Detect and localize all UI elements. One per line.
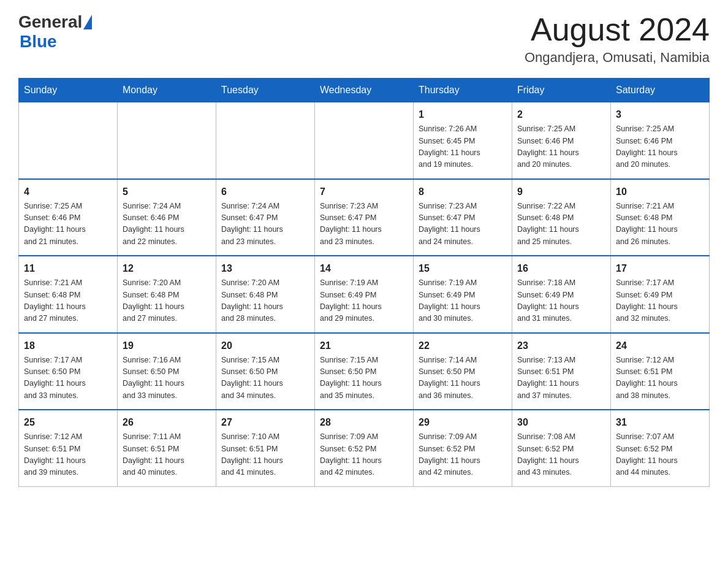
calendar-day-cell: 3Sunrise: 7:25 AMSunset: 6:46 PMDaylight… (611, 102, 710, 179)
calendar-day-cell: 6Sunrise: 7:24 AMSunset: 6:47 PMDaylight… (216, 179, 315, 256)
day-number: 20 (221, 339, 309, 353)
day-info: Sunrise: 7:18 AMSunset: 6:49 PMDaylight:… (517, 277, 605, 325)
day-number: 31 (616, 415, 704, 430)
calendar-day-cell: 19Sunrise: 7:16 AMSunset: 6:50 PMDayligh… (118, 333, 216, 410)
day-number: 15 (419, 261, 507, 276)
calendar-week-row: 25Sunrise: 7:12 AMSunset: 6:51 PMDayligh… (19, 410, 710, 486)
day-of-week-header: Thursday (414, 79, 512, 102)
calendar-day-cell: 13Sunrise: 7:20 AMSunset: 6:48 PMDayligh… (216, 256, 315, 333)
calendar-day-cell: 9Sunrise: 7:22 AMSunset: 6:48 PMDaylight… (512, 179, 611, 256)
day-number: 5 (123, 185, 211, 199)
calendar-day-cell: 23Sunrise: 7:13 AMSunset: 6:51 PMDayligh… (512, 333, 611, 410)
location-subtitle: Ongandjera, Omusati, Namibia (525, 50, 710, 66)
day-number: 12 (123, 261, 211, 276)
day-number: 9 (517, 185, 605, 199)
day-number: 27 (221, 415, 309, 430)
calendar-day-cell (118, 102, 216, 179)
day-of-week-header: Tuesday (216, 79, 315, 102)
day-info: Sunrise: 7:12 AMSunset: 6:51 PMDaylight:… (24, 431, 112, 479)
day-info: Sunrise: 7:20 AMSunset: 6:48 PMDaylight:… (123, 277, 211, 325)
logo-triangle-icon (83, 15, 92, 29)
day-info: Sunrise: 7:25 AMSunset: 6:46 PMDaylight:… (24, 201, 112, 248)
calendar-week-row: 1Sunrise: 7:26 AMSunset: 6:45 PMDaylight… (19, 102, 710, 179)
day-number: 16 (517, 261, 605, 276)
calendar-day-cell: 24Sunrise: 7:12 AMSunset: 6:51 PMDayligh… (611, 333, 710, 410)
day-info: Sunrise: 7:12 AMSunset: 6:51 PMDaylight:… (616, 354, 704, 402)
day-number: 19 (123, 339, 211, 353)
day-number: 30 (517, 415, 605, 430)
day-info: Sunrise: 7:21 AMSunset: 6:48 PMDaylight:… (616, 201, 704, 248)
calendar-day-cell: 2Sunrise: 7:25 AMSunset: 6:46 PMDaylight… (512, 102, 611, 179)
day-of-week-header: Sunday (19, 79, 118, 102)
calendar-day-cell (216, 102, 315, 179)
month-title: August 2024 (525, 12, 710, 47)
day-number: 7 (320, 185, 408, 199)
day-info: Sunrise: 7:11 AMSunset: 6:51 PMDaylight:… (123, 431, 211, 479)
calendar-header-row: SundayMondayTuesdayWednesdayThursdayFrid… (19, 79, 710, 102)
calendar-week-row: 11Sunrise: 7:21 AMSunset: 6:48 PMDayligh… (19, 256, 710, 333)
calendar-day-cell: 29Sunrise: 7:09 AMSunset: 6:52 PMDayligh… (414, 410, 512, 486)
calendar-day-cell: 17Sunrise: 7:17 AMSunset: 6:49 PMDayligh… (611, 256, 710, 333)
day-of-week-header: Monday (118, 79, 216, 102)
logo-blue-text: Blue (20, 32, 57, 52)
day-info: Sunrise: 7:19 AMSunset: 6:49 PMDaylight:… (320, 277, 408, 325)
day-number: 17 (616, 261, 704, 276)
calendar-week-row: 4Sunrise: 7:25 AMSunset: 6:46 PMDaylight… (19, 179, 710, 256)
calendar-day-cell (19, 102, 118, 179)
calendar-day-cell: 20Sunrise: 7:15 AMSunset: 6:50 PMDayligh… (216, 333, 315, 410)
day-info: Sunrise: 7:10 AMSunset: 6:51 PMDaylight:… (221, 431, 309, 479)
day-number: 4 (24, 185, 112, 199)
day-number: 3 (616, 107, 704, 122)
logo: General Blue (18, 12, 92, 52)
day-number: 22 (419, 339, 507, 353)
day-info: Sunrise: 7:17 AMSunset: 6:50 PMDaylight:… (24, 354, 112, 402)
calendar-day-cell: 30Sunrise: 7:08 AMSunset: 6:52 PMDayligh… (512, 410, 611, 486)
day-info: Sunrise: 7:25 AMSunset: 6:46 PMDaylight:… (517, 123, 605, 171)
day-info: Sunrise: 7:09 AMSunset: 6:52 PMDaylight:… (419, 431, 507, 479)
day-info: Sunrise: 7:24 AMSunset: 6:47 PMDaylight:… (221, 201, 309, 248)
calendar-table: SundayMondayTuesdayWednesdayThursdayFrid… (18, 78, 710, 487)
page-header: General Blue August 2024 Ongandjera, Omu… (18, 12, 710, 66)
calendar-day-cell: 16Sunrise: 7:18 AMSunset: 6:49 PMDayligh… (512, 256, 611, 333)
day-number: 23 (517, 339, 605, 353)
calendar-day-cell: 7Sunrise: 7:23 AMSunset: 6:47 PMDaylight… (315, 179, 414, 256)
day-number: 29 (419, 415, 507, 430)
day-info: Sunrise: 7:20 AMSunset: 6:48 PMDaylight:… (221, 277, 309, 325)
calendar-day-cell: 21Sunrise: 7:15 AMSunset: 6:50 PMDayligh… (315, 333, 414, 410)
day-info: Sunrise: 7:24 AMSunset: 6:46 PMDaylight:… (123, 201, 211, 248)
calendar-day-cell: 8Sunrise: 7:23 AMSunset: 6:47 PMDaylight… (414, 179, 512, 256)
day-of-week-header: Wednesday (315, 79, 414, 102)
day-info: Sunrise: 7:15 AMSunset: 6:50 PMDaylight:… (221, 354, 309, 402)
calendar-day-cell: 11Sunrise: 7:21 AMSunset: 6:48 PMDayligh… (19, 256, 118, 333)
day-number: 18 (24, 339, 112, 353)
calendar-day-cell: 28Sunrise: 7:09 AMSunset: 6:52 PMDayligh… (315, 410, 414, 486)
day-number: 21 (320, 339, 408, 353)
day-of-week-header: Saturday (611, 79, 710, 102)
day-info: Sunrise: 7:17 AMSunset: 6:49 PMDaylight:… (616, 277, 704, 325)
calendar-day-cell: 5Sunrise: 7:24 AMSunset: 6:46 PMDaylight… (118, 179, 216, 256)
day-info: Sunrise: 7:09 AMSunset: 6:52 PMDaylight:… (320, 431, 408, 479)
calendar-day-cell: 4Sunrise: 7:25 AMSunset: 6:46 PMDaylight… (19, 179, 118, 256)
calendar-day-cell: 12Sunrise: 7:20 AMSunset: 6:48 PMDayligh… (118, 256, 216, 333)
day-info: Sunrise: 7:23 AMSunset: 6:47 PMDaylight:… (320, 201, 408, 248)
calendar-day-cell: 1Sunrise: 7:26 AMSunset: 6:45 PMDaylight… (414, 102, 512, 179)
day-number: 8 (419, 185, 507, 199)
day-info: Sunrise: 7:21 AMSunset: 6:48 PMDaylight:… (24, 277, 112, 325)
day-info: Sunrise: 7:14 AMSunset: 6:50 PMDaylight:… (419, 354, 507, 402)
day-info: Sunrise: 7:08 AMSunset: 6:52 PMDaylight:… (517, 431, 605, 479)
day-number: 2 (517, 107, 605, 122)
calendar-day-cell: 25Sunrise: 7:12 AMSunset: 6:51 PMDayligh… (19, 410, 118, 486)
calendar-day-cell: 26Sunrise: 7:11 AMSunset: 6:51 PMDayligh… (118, 410, 216, 486)
calendar-day-cell: 14Sunrise: 7:19 AMSunset: 6:49 PMDayligh… (315, 256, 414, 333)
calendar-day-cell: 31Sunrise: 7:07 AMSunset: 6:52 PMDayligh… (611, 410, 710, 486)
day-info: Sunrise: 7:07 AMSunset: 6:52 PMDaylight:… (616, 431, 704, 479)
day-number: 11 (24, 261, 112, 276)
day-number: 13 (221, 261, 309, 276)
day-number: 26 (123, 415, 211, 430)
day-number: 10 (616, 185, 704, 199)
calendar-day-cell: 18Sunrise: 7:17 AMSunset: 6:50 PMDayligh… (19, 333, 118, 410)
day-info: Sunrise: 7:15 AMSunset: 6:50 PMDaylight:… (320, 354, 408, 402)
day-number: 28 (320, 415, 408, 430)
day-of-week-header: Friday (512, 79, 611, 102)
day-info: Sunrise: 7:23 AMSunset: 6:47 PMDaylight:… (419, 201, 507, 248)
